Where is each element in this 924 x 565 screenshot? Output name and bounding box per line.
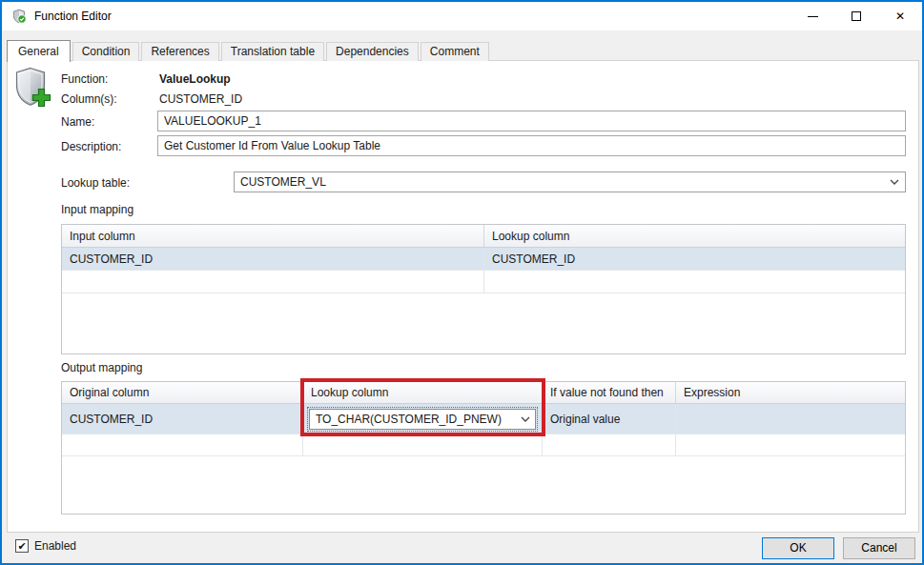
input-mapping-row-selected[interactable]: CUSTOMER_ID CUSTOMER_ID (62, 248, 905, 271)
lookup-table-label: Lookup table: (61, 176, 130, 190)
shield-add-icon (15, 67, 53, 113)
output-mapping-empty-row[interactable] (62, 434, 905, 456)
output-mapping-header-row: Original column Lookup column If value n… (62, 382, 905, 404)
function-value: ValueLookup (159, 72, 231, 86)
lookup-column-cell: TO_CHAR(CUSTOMER_ID_PNEW) (303, 404, 543, 434)
lookup-column-header: Lookup column (484, 225, 905, 247)
window-title: Function Editor (34, 10, 112, 23)
tab-translation-table[interactable]: Translation table (221, 42, 324, 61)
if-value-not-found-cell[interactable]: Original value (543, 404, 676, 434)
shield-check-icon (11, 9, 27, 24)
original-column-header: Original column (62, 382, 303, 403)
input-mapping-header-row: Input column Lookup column (62, 225, 905, 248)
window-controls: ✕ (791, 2, 922, 30)
titlebar: Function Editor ✕ (2, 2, 922, 30)
ok-button[interactable]: OK (762, 537, 834, 559)
enabled-checkbox[interactable]: ✔ (15, 539, 29, 553)
lookup-column-combobox-value: TO_CHAR(CUSTOMER_ID_PNEW) (310, 413, 516, 426)
name-label: Name: (61, 115, 94, 129)
output-mapping-grid: Original column Lookup column If value n… (61, 381, 906, 515)
output-mapping-title: Output mapping (61, 361, 142, 374)
input-mapping-grid: Input column Lookup column CUSTOMER_ID C… (61, 224, 906, 354)
tab-dependencies[interactable]: Dependencies (326, 42, 419, 61)
tab-bar: General Condition References Translation… (7, 40, 491, 61)
output-mapping-row-selected[interactable]: CUSTOMER_ID TO_CHAR(CUSTOMER_ID_PNEW) Or… (62, 404, 905, 434)
tab-references[interactable]: References (141, 42, 218, 61)
cancel-button[interactable]: Cancel (843, 537, 915, 559)
enabled-label: Enabled (34, 539, 76, 553)
lookup-table-value: CUSTOMER_VL (235, 175, 884, 189)
lookup-column-cell[interactable]: CUSTOMER_ID (484, 248, 905, 270)
input-column-cell[interactable]: CUSTOMER_ID (62, 248, 484, 270)
expression-header: Expression (676, 382, 905, 403)
lookup-column-combobox[interactable]: TO_CHAR(CUSTOMER_ID_PNEW) (309, 409, 536, 430)
input-column-header: Input column (62, 225, 484, 247)
function-label: Function: (61, 72, 108, 86)
footer-bar: ✔ Enabled OK Cancel (2, 533, 922, 563)
lookup-column-header: Lookup column (303, 382, 543, 403)
close-button[interactable]: ✕ (878, 2, 922, 30)
lookup-table-combobox[interactable]: CUSTOMER_VL (234, 172, 906, 192)
cell-focus-rect: TO_CHAR(CUSTOMER_ID_PNEW) (307, 407, 538, 432)
if-value-not-found-header: If value not found then (543, 382, 676, 403)
minimize-button[interactable] (791, 2, 834, 30)
tab-comment[interactable]: Comment (421, 42, 489, 61)
maximize-icon (852, 11, 861, 21)
description-label: Description: (61, 140, 121, 153)
input-mapping-title: Input mapping (61, 203, 133, 216)
chevron-down-icon (884, 179, 905, 185)
name-input[interactable] (157, 111, 906, 131)
original-column-cell[interactable]: CUSTOMER_ID (62, 404, 303, 434)
enabled-checkbox-group[interactable]: ✔ Enabled (15, 539, 76, 553)
columns-value: CUSTOMER_ID (159, 92, 242, 106)
columns-label: Column(s): (61, 92, 117, 106)
checkmark-icon: ✔ (17, 541, 26, 552)
maximize-button[interactable] (834, 2, 878, 30)
chevron-down-icon (516, 416, 535, 422)
description-input[interactable] (157, 135, 906, 156)
tab-general[interactable]: General (7, 40, 71, 62)
general-tab-page: Function: ValueLookup Column(s): CUSTOME… (7, 60, 919, 533)
input-mapping-empty-row[interactable] (62, 271, 905, 293)
tab-condition[interactable]: Condition (72, 42, 140, 61)
expression-cell[interactable] (676, 404, 905, 434)
function-editor-dialog: Function Editor ✕ General Condition Refe… (0, 0, 924, 565)
minimize-icon (808, 16, 818, 17)
close-icon: ✕ (895, 10, 905, 22)
